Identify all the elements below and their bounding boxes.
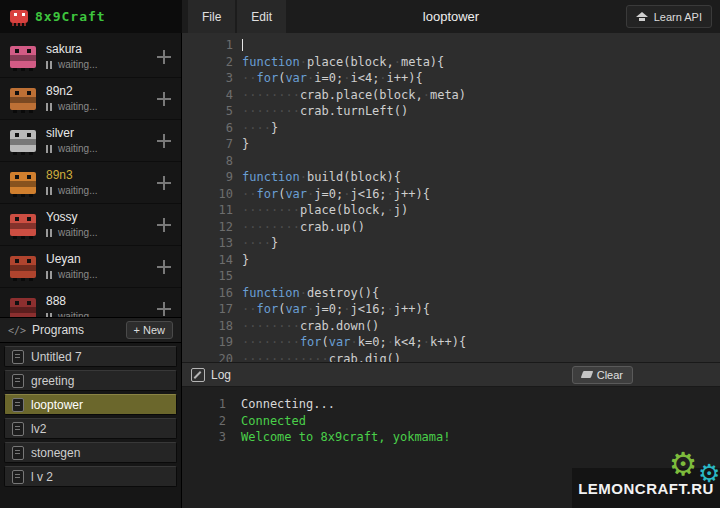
player-row[interactable]: 89n3waiting... [0,162,181,204]
line-number: 14 [182,252,233,269]
player-info: 888waiting... [46,294,97,317]
clear-log-button[interactable]: Clear [572,366,633,384]
line-number: 17 [182,301,233,318]
code-line: 10··for(var·j=0;·j<16;·j++){ [182,186,720,203]
eraser-icon [580,371,593,378]
program-file-icon [12,398,24,412]
line-number: 1 [182,37,233,54]
menu-file[interactable]: File [188,0,235,33]
log-message: Welcome to 8x9craft, yokmama! [241,429,451,446]
log-line-number: 1 [182,396,226,413]
new-program-button[interactable]: + New [126,321,174,339]
move-icon[interactable] [157,260,171,274]
pause-icon [46,229,53,237]
program-item[interactable]: looptower [4,394,177,415]
code-line: 20············crab.dig() [182,351,720,363]
player-avatar [10,172,36,194]
move-icon[interactable] [157,302,171,316]
text-cursor [242,39,243,51]
code-line: 12········crab.up() [182,219,720,236]
line-number: 6 [182,120,233,137]
code-line: 9function·build(block){ [182,169,720,186]
player-row[interactable]: Ueyanwaiting... [0,246,181,288]
player-row[interactable]: silverwaiting... [0,120,181,162]
player-status: waiting... [46,59,97,72]
program-file-icon [12,446,24,460]
line-number: 10 [182,186,233,203]
program-name: lv2 [31,422,46,436]
log-line-number: 3 [182,429,226,446]
menu-edit[interactable]: Edit [237,0,286,33]
watermark-text: LEMONCRAFT.RU [578,480,714,497]
code-text: } [242,252,249,269]
line-number: 2 [182,54,233,71]
move-icon[interactable] [157,50,171,64]
line-number: 18 [182,318,233,335]
program-item[interactable]: stonegen [4,442,177,463]
code-line: 11········place(block,·j) [182,202,720,219]
program-name: l v 2 [31,470,53,484]
program-item[interactable]: lv2 [4,418,177,439]
player-row[interactable]: Yossywaiting... [0,204,181,246]
code-line: 2function·place(block,·meta){ [182,54,720,71]
player-name: sakura [46,42,97,57]
pause-icon [46,145,53,153]
code-line: 4········crab.place(block,·meta) [182,87,720,104]
player-info: sakurawaiting... [46,42,97,72]
player-avatar [10,130,36,152]
pause-icon [46,187,53,195]
program-name: looptower [31,398,83,412]
code-line: 5········crab.turnLeft() [182,103,720,120]
code-line: 8 [182,153,720,170]
player-row[interactable]: 89n2waiting... [0,78,181,120]
move-icon[interactable] [157,218,171,232]
log-line: 2Connected [182,413,720,430]
code-icon: </> [8,325,26,336]
learn-api-icon [636,11,648,22]
player-list: sakurawaiting...89n2waiting...silverwait… [0,33,181,317]
line-number: 12 [182,219,233,236]
pause-icon [46,313,53,317]
player-status: waiting... [46,101,97,114]
code-text: ········crab.up() [242,219,365,236]
program-item[interactable]: Untitled 7 [4,346,177,367]
code-editor[interactable]: 12function·place(block,·meta){3··for(var… [182,33,720,362]
player-name: Ueyan [46,252,97,267]
move-icon[interactable] [157,134,171,148]
program-file-icon [12,350,24,364]
program-file-icon [12,374,24,388]
app-logo: 8x9Craft [0,0,182,33]
program-name: greeting [31,374,74,388]
player-info: Ueyanwaiting... [46,252,97,282]
code-text: } [242,136,249,153]
code-text: ····} [242,120,278,137]
player-name: Yossy [46,210,97,225]
player-name: silver [46,126,97,141]
code-line: 18········crab.down() [182,318,720,335]
program-item[interactable]: l v 2 [4,466,177,487]
program-file-icon [12,470,24,484]
log-message: Connecting... [241,396,335,413]
log-line: 1Connecting... [182,396,720,413]
code-line: 14} [182,252,720,269]
code-line: 6····} [182,120,720,137]
sidebar: sakurawaiting...89n2waiting...silverwait… [0,33,182,508]
move-icon[interactable] [157,92,171,106]
player-status: waiting... [46,269,97,282]
code-text: ····} [242,235,278,252]
player-row[interactable]: sakurawaiting... [0,36,181,78]
player-row[interactable]: 888waiting... [0,288,181,317]
log-line-number: 2 [182,413,226,430]
learn-api-button[interactable]: Learn API [626,5,712,28]
app-logo-text: 8x9Craft [35,9,106,24]
move-icon[interactable] [157,176,171,190]
code-line: 17··for(var·j=0;·j<16;·j++){ [182,301,720,318]
code-text: ··for(var·i=0;·i<4;·i++){ [242,70,423,87]
programs-header: </> Programs + New [0,317,181,343]
program-item[interactable]: greeting [4,370,177,391]
code-line: 3··for(var·i=0;·i<4;·i++){ [182,70,720,87]
player-avatar [10,256,36,278]
pause-icon [46,61,53,69]
player-status: waiting... [46,143,97,156]
program-name: Untitled 7 [31,350,82,364]
